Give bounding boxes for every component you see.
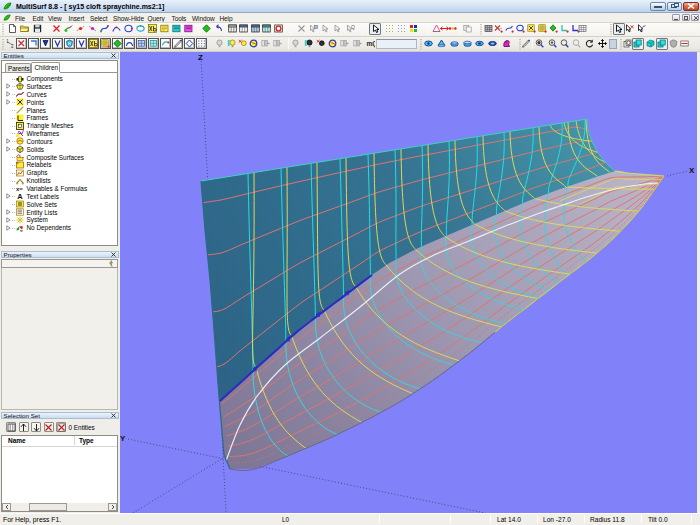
svg-text:x=: x= xyxy=(16,186,23,192)
svg-text:A: A xyxy=(17,192,23,200)
svg-text:X: X xyxy=(689,166,695,175)
svg-text:mQ: mQ xyxy=(366,40,375,48)
svg-text:Q: Q xyxy=(351,24,355,30)
svg-text:Y: Y xyxy=(120,434,126,443)
svg-text:Z: Z xyxy=(198,53,203,62)
svg-text:2: 2 xyxy=(11,44,14,49)
